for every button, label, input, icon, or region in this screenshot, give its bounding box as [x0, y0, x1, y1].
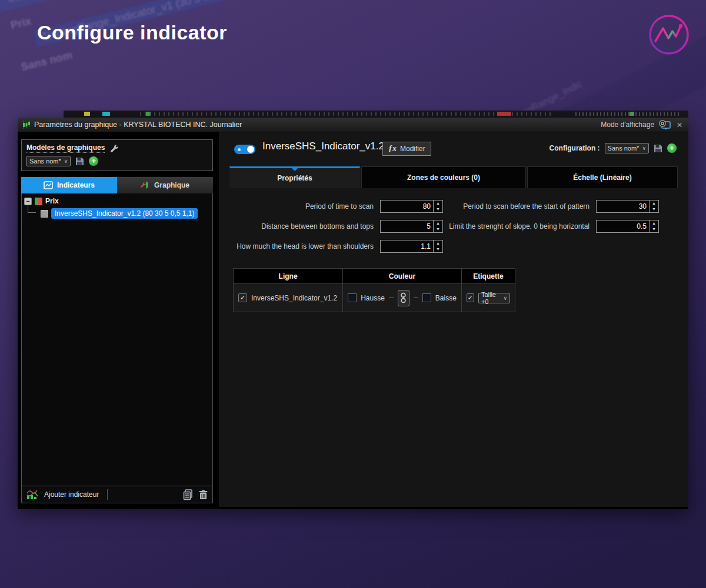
window-titlebar: Paramètres du graphique - KRYSTAL BIOTEC… — [18, 118, 688, 132]
brand-logo — [648, 14, 690, 56]
baisse-color-swatch[interactable] — [422, 293, 431, 302]
settings-window: Paramètres du graphique - KRYSTAL BIOTEC… — [18, 118, 688, 509]
column-header: Couleur — [343, 269, 462, 284]
copy-button[interactable] — [183, 489, 194, 500]
chart-templates-box: Modèles de graphiques Sans nom*∨ + — [21, 139, 213, 171]
tab-indicateurs[interactable]: Indicateurs — [21, 177, 117, 193]
fx-icon: ƒx — [388, 144, 397, 153]
display-mode-label: Mode d'affichage — [601, 121, 654, 129]
modify-script-button[interactable]: ƒx Modifier — [382, 142, 431, 156]
field-label: How much the head is lower than shoulder… — [229, 242, 380, 250]
background-toolbar-strip — [64, 111, 688, 118]
tree-root-label: Prix — [45, 197, 59, 205]
sidebar-tabs: Indicateurs Graphique — [21, 177, 213, 193]
frag-tab: Indicateurs — [0, 0, 85, 15]
add-configuration-button[interactable]: + — [667, 143, 677, 153]
trash-icon — [199, 490, 208, 500]
candlestick-icon — [22, 120, 31, 129]
hausse-color-swatch[interactable] — [348, 293, 357, 302]
indicator-header: InverseSHS_Indicator_v1.2 ƒx Modifier Co… — [219, 132, 688, 166]
configuration-label: Configuration : — [550, 144, 600, 152]
copy-icon — [183, 489, 194, 500]
spin-up-icon[interactable]: ▲ — [650, 220, 658, 226]
add-indicator-button[interactable]: Ajouter indicateur — [44, 490, 99, 499]
period-before-pattern-spinner[interactable]: 30 ▲▼ — [596, 200, 659, 213]
chart-settings-icon — [141, 181, 150, 189]
tab-graphique[interactable]: Graphique — [117, 177, 213, 193]
column-header: Etiquette — [461, 269, 515, 284]
chart-templates-heading: Modèles de graphiques — [26, 143, 105, 153]
line-visible-checkbox[interactable]: ✓ — [238, 293, 247, 302]
properties-form: Period of time to scan 80 ▲▼ Period to s… — [229, 200, 678, 253]
indicator-tree-panel: − Prix InverseSHS_Indicator_v1.2 (80 30 … — [21, 193, 213, 503]
line-style-table: Ligne Couleur Etiquette ✓ InverseSHS_Ind… — [233, 268, 515, 312]
label-size-select[interactable]: Taille +0∨ — [478, 293, 510, 303]
spin-down-icon[interactable]: ▼ — [434, 206, 442, 212]
configuration-select[interactable]: Sans nom*∨ — [605, 143, 649, 153]
head-lower-spinner[interactable]: 1.1 ▲▼ — [380, 240, 443, 253]
chart-line-icon — [44, 181, 53, 189]
link-connector — [414, 298, 418, 298]
indicator-visibility-checkbox[interactable] — [41, 210, 48, 218]
template-select[interactable]: Sans nom*∨ — [26, 156, 71, 166]
tab-zones-de-couleurs[interactable]: Zones de couleurs (0) — [361, 166, 526, 188]
price-series-icon — [35, 198, 42, 205]
table-row: ✓ InverseSHS_Indicator_v1.2 Hausse — [234, 284, 515, 312]
save-icon[interactable] — [75, 157, 84, 166]
period-scan-spinner[interactable]: 80 ▲▼ — [380, 200, 443, 213]
field-label: Period to scan before the start of patte… — [447, 202, 596, 211]
label-enabled-checkbox[interactable]: ✓ — [467, 293, 474, 302]
line-name: InverseSHS_Indicator_v1.2 — [251, 294, 337, 302]
add-template-button[interactable]: + — [89, 156, 98, 166]
link-connector — [389, 298, 394, 298]
page-title: Configure indicator — [37, 21, 227, 44]
selected-indicator-label: InverseSHS_Indicator_v1.2 (80 30 5 0,5 1… — [51, 208, 198, 219]
spin-up-icon[interactable]: ▲ — [650, 201, 658, 206]
tab-proprietes[interactable]: Propriétés — [229, 166, 360, 188]
distance-bottoms-tops-spinner[interactable]: 5 ▲▼ — [380, 220, 443, 233]
collapse-icon[interactable]: − — [24, 198, 32, 205]
tree-connector — [28, 205, 36, 213]
window-title: Paramètres du graphique - KRYSTAL BIOTEC… — [34, 121, 601, 129]
divider — [107, 489, 108, 500]
field-label: Limit the strenght of slope. 0 being hor… — [447, 222, 596, 230]
sidebar-footer: Ajouter indicateur — [22, 486, 212, 503]
tab-echelle[interactable]: Échelle (Linéaire) — [527, 166, 678, 188]
indicator-enabled-toggle[interactable] — [234, 145, 255, 154]
wrench-icon[interactable] — [109, 144, 118, 153]
spin-down-icon[interactable]: ▼ — [650, 226, 658, 232]
tree-node-prix[interactable]: − Prix — [24, 197, 210, 205]
indicator-title: InverseSHS_Indicator_v1.2 — [262, 141, 384, 152]
spin-up-icon[interactable]: ▲ — [434, 220, 442, 226]
main-panel: InverseSHS_Indicator_v1.2 ƒx Modifier Co… — [219, 132, 688, 507]
display-mode-icon[interactable] — [658, 120, 671, 130]
field-label: Period of time to scan — [229, 202, 380, 211]
field-label: Distance between bottoms and tops — [229, 222, 380, 230]
tree-node-indicator[interactable]: InverseSHS_Indicator_v1.2 (80 30 5 0,5 1… — [41, 208, 210, 219]
sidebar: Modèles de graphiques Sans nom*∨ + — [21, 139, 213, 504]
settings-tabs: Propriétés Zones de couleurs (0) Échelle… — [229, 166, 678, 188]
slope-limit-spinner[interactable]: 0.5 ▲▼ — [596, 220, 659, 233]
baisse-label: Baisse — [435, 294, 457, 302]
link-colors-button[interactable] — [398, 290, 409, 306]
delete-button[interactable] — [199, 490, 208, 500]
add-indicator-icon — [26, 489, 39, 500]
column-header: Ligne — [234, 269, 343, 284]
save-icon[interactable] — [654, 144, 662, 153]
chain-icon — [400, 292, 407, 304]
close-icon[interactable]: × — [675, 120, 684, 130]
spin-down-icon[interactable]: ▼ — [434, 246, 442, 252]
spin-up-icon[interactable]: ▲ — [434, 201, 442, 206]
spin-down-icon[interactable]: ▼ — [650, 206, 658, 212]
spin-down-icon[interactable]: ▼ — [434, 226, 442, 232]
spin-up-icon[interactable]: ▲ — [434, 240, 442, 246]
hausse-label: Hausse — [361, 294, 385, 302]
